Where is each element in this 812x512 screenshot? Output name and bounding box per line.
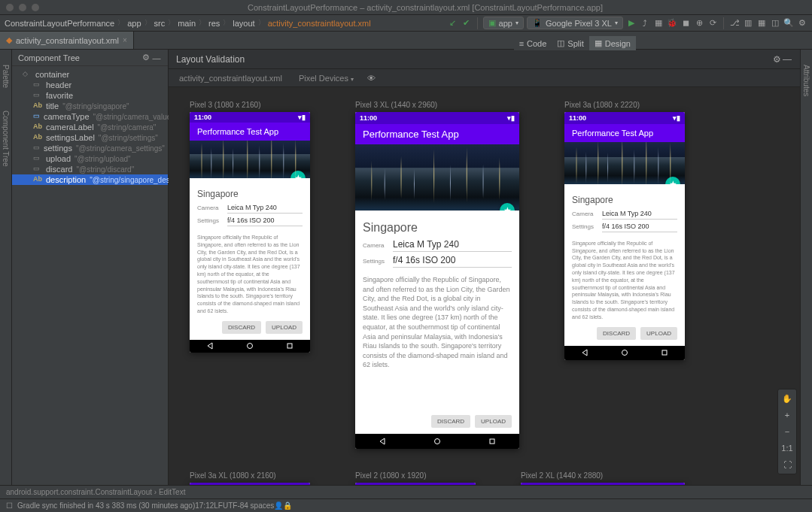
sync-icon[interactable]: ↙ — [448, 18, 458, 29]
back-icon[interactable] — [581, 349, 588, 356]
file-encoding[interactable]: UTF-8 — [223, 501, 244, 510]
camera-value[interactable]: Leica M Typ 240 — [227, 204, 303, 214]
component-tree-tool-tab[interactable]: Component Tree — [2, 111, 10, 167]
device-preview[interactable]: Pixel 2 (1080 x 1920) 11:00 ▾ ▮ Performa… — [355, 471, 476, 485]
file-tab[interactable]: ◆ activity_constraintlayout.xml × — [0, 32, 134, 49]
more-icon[interactable]: ⟳ — [707, 18, 718, 29]
tree-item-title[interactable]: Ab title "@string/singapore" — [12, 101, 168, 111]
minimize-traffic-light[interactable] — [19, 4, 26, 11]
inspection-icon[interactable]: 👤 — [274, 501, 283, 510]
lock-icon[interactable]: 🔒 — [283, 501, 292, 510]
upload-button[interactable]: Upload — [266, 321, 303, 334]
discard-button[interactable]: Discard — [222, 321, 261, 334]
stop-icon[interactable]: ◼ — [680, 18, 691, 29]
settings-value[interactable]: f/4 16s ISO 200 — [602, 223, 677, 232]
tree-item-upload[interactable]: ▭ upload "@string/upload" — [12, 153, 168, 164]
hide-icon[interactable]: — — [782, 54, 792, 65]
close-tab-icon[interactable]: × — [123, 36, 127, 44]
pan-tool-icon[interactable]: ✋ — [780, 391, 795, 406]
favorite-fab[interactable]: ★ — [500, 203, 515, 211]
avd-manager-icon[interactable]: ▥ — [743, 18, 753, 29]
line-sep[interactable]: LF — [214, 501, 223, 510]
tab-code[interactable]: ≡Code — [514, 36, 552, 50]
run-config-dropdown[interactable]: ▣ app ▾ — [483, 17, 524, 29]
back-icon[interactable] — [206, 342, 214, 350]
device-group-dropdown[interactable]: Pixel Devices ▾ — [294, 72, 358, 84]
file-chip[interactable]: activity_constraintlayout.xml — [175, 72, 287, 84]
profile-icon[interactable]: ▦ — [653, 18, 664, 29]
tree-item-cameraType[interactable]: ▭ cameraType "@string/camera_value" — [12, 111, 168, 122]
recents-icon[interactable] — [488, 438, 496, 445]
upload-button[interactable]: Upload — [640, 327, 677, 340]
back-icon[interactable] — [379, 438, 386, 445]
discard-button[interactable]: Discard — [431, 415, 470, 428]
zoom-fit-icon[interactable]: 1:1 — [780, 441, 795, 456]
home-icon[interactable] — [246, 342, 254, 350]
tree-item-favorite[interactable]: ▭ favorite — [12, 90, 168, 101]
palette-tool-tab[interactable]: Palette — [2, 65, 10, 88]
tab-design[interactable]: ▦Design — [589, 36, 636, 50]
indent-status[interactable]: 4 spaces — [244, 501, 274, 510]
run-icon[interactable]: ▶ — [626, 18, 637, 29]
home-icon[interactable] — [433, 438, 441, 445]
tree-root[interactable]: ◇ container — [12, 69, 168, 80]
search-icon[interactable]: 🔍 — [783, 18, 794, 29]
tree-item-cameraLabel[interactable]: Ab cameraLabel "@string/camera" — [12, 122, 168, 132]
build-hammer-icon[interactable]: ✔ — [461, 18, 472, 29]
recents-icon[interactable] — [661, 349, 668, 356]
device-preview[interactable]: Pixel 3a (1080 x 2220) 11:00 ▾ ▮ Perform… — [564, 101, 685, 449]
attributes-tool-tab[interactable]: Attributes — [802, 65, 810, 96]
layout-validation-panel: Layout Validation ⚙ — activity_constrain… — [169, 50, 800, 485]
close-traffic-light[interactable] — [6, 4, 14, 11]
tab-split[interactable]: ◫Split — [552, 36, 588, 50]
breadcrumb-item[interactable]: layout — [233, 19, 254, 28]
preview-canvas[interactable]: Pixel 3 (1080 x 2160) 11:00 ▾ ▮ Performa… — [169, 87, 800, 485]
favorite-fab[interactable]: ★ — [665, 177, 680, 184]
view-options-icon[interactable]: 👁 — [366, 73, 376, 83]
device-preview[interactable]: Pixel 2 XL (1440 x 2880) 11:00 ▾ ▮ Perfo… — [521, 471, 685, 485]
settings-icon[interactable]: ⚙ — [797, 18, 807, 29]
device-preview[interactable]: Pixel 3a XL (1080 x 2160) 11:00 ▾ ▮ Perf… — [190, 471, 310, 485]
settings-value[interactable]: f/4 16s ISO 200 — [227, 217, 303, 226]
breadcrumb-item[interactable]: activity_constraintlayout.xml — [268, 19, 371, 28]
zoom-out-icon[interactable]: − — [780, 424, 795, 439]
layout-inspector-icon[interactable]: ◫ — [770, 18, 780, 29]
caret-position[interactable]: 17:12 — [195, 501, 214, 510]
git-icon[interactable]: ⎇ — [729, 18, 740, 29]
tree-item-description[interactable]: Ab description "@string/singapore_descri… — [12, 174, 168, 185]
selection-breadcrumb[interactable]: android.support.constraint.ConstraintLay… — [6, 488, 185, 496]
upload-button[interactable]: Upload — [475, 415, 512, 428]
attach-debugger-icon[interactable]: 🐞 — [667, 18, 677, 29]
breadcrumb-item[interactable]: main — [178, 19, 196, 28]
breadcrumb-item[interactable]: ConstraintLayoutPerformance — [5, 19, 114, 28]
zoom-in-icon[interactable]: + — [780, 407, 795, 423]
camera-value[interactable]: Leica M Typ 240 — [602, 210, 677, 220]
sdk-manager-icon[interactable]: ▦ — [756, 18, 767, 29]
recents-icon[interactable] — [286, 342, 293, 350]
tree-item-header[interactable]: ▭ header — [12, 80, 168, 90]
tree-item-name: discard — [46, 165, 72, 174]
breadcrumb-item[interactable]: res — [208, 19, 220, 28]
device-selector-dropdown[interactable]: 📱 Google Pixel 3 XL ▾ — [527, 17, 623, 29]
zoom-traffic-light[interactable] — [32, 4, 39, 11]
home-icon[interactable] — [621, 349, 628, 356]
location-title: Singapore — [572, 195, 677, 205]
debug-icon[interactable]: ⤴ — [640, 18, 650, 29]
discard-button[interactable]: Discard — [597, 327, 636, 340]
settings-value[interactable]: f/4 16s ISO 200 — [393, 255, 512, 268]
device-preview[interactable]: Pixel 3 XL (1440 x 2960) 11:00 ▾ ▮ Perfo… — [355, 101, 519, 449]
tree-item-settings[interactable]: ▭ settings "@string/camera_settings" — [12, 143, 168, 153]
hide-icon[interactable]: — — [151, 53, 162, 63]
camera-value[interactable]: Leica M Typ 240 — [393, 239, 512, 252]
tree-item-meta: "@string/discard" — [76, 165, 134, 174]
gear-icon[interactable]: ⚙ — [771, 54, 782, 65]
gear-icon[interactable]: ⚙ — [141, 53, 151, 63]
coverage-icon[interactable]: ⊕ — [694, 18, 704, 29]
device-preview[interactable]: Pixel 3 (1080 x 2160) 11:00 ▾ ▮ Performa… — [190, 101, 310, 449]
breadcrumb-item[interactable]: src — [154, 19, 166, 28]
favorite-fab[interactable]: ★ — [290, 171, 306, 178]
tree-item-discard[interactable]: ▭ discard "@string/discard" — [12, 164, 168, 174]
tree-item-settingsLabel[interactable]: Ab settingsLabel "@string/settings" — [12, 132, 168, 143]
zoom-reset-icon[interactable]: ⛶ — [780, 457, 795, 472]
breadcrumb-item[interactable]: app — [127, 19, 141, 28]
